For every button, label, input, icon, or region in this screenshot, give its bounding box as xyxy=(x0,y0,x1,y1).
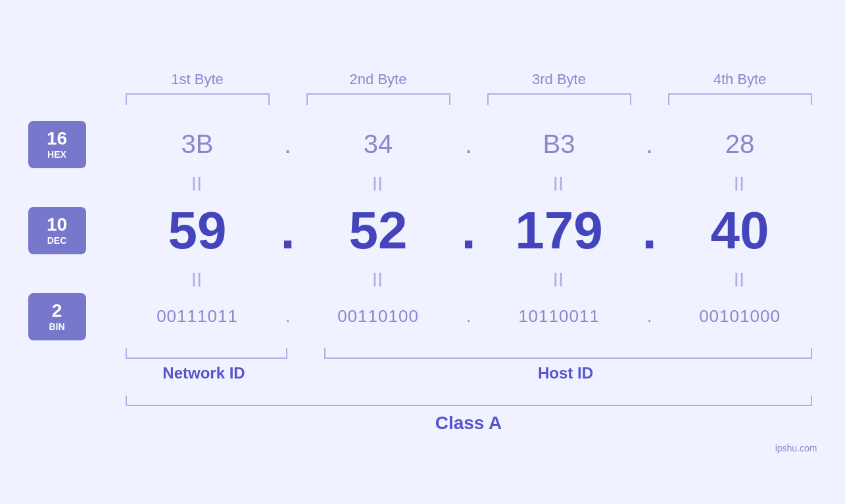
network-bracket xyxy=(126,348,287,359)
hex-byte3: B3 xyxy=(482,129,637,159)
hex-dot2: . xyxy=(456,129,482,159)
eq2-cell2: || xyxy=(301,270,456,287)
top-bracket-2 xyxy=(306,93,450,105)
top-bracket-1 xyxy=(126,93,270,105)
byte4-header: 4th Byte xyxy=(663,71,817,88)
dec-dot3: . xyxy=(637,200,663,261)
dec-byte2: 52 xyxy=(301,200,456,261)
bin-dot1: . xyxy=(275,306,301,327)
hex-base-label: HEX xyxy=(47,149,66,160)
dec-base-label: DEC xyxy=(47,235,67,246)
eq1-cell3: || xyxy=(482,174,637,191)
eq2-cell3: || xyxy=(482,270,637,287)
dec-byte3: 179 xyxy=(482,200,637,261)
eq1-cell1: || xyxy=(120,174,275,191)
top-bracket-4 xyxy=(668,93,812,105)
bin-byte4: 00101000 xyxy=(663,306,817,327)
byte3-header: 3rd Byte xyxy=(482,71,637,88)
network-id-label: Network ID xyxy=(162,364,245,382)
dec-byte4: 40 xyxy=(663,200,817,261)
dec-badge: 10 DEC xyxy=(28,207,86,254)
hex-byte1: 3B xyxy=(120,129,275,159)
watermark: ipshu.com xyxy=(775,443,817,453)
eq1-cell2: || xyxy=(301,174,456,191)
byte2-header: 2nd Byte xyxy=(301,71,456,88)
bin-base-label: BIN xyxy=(49,321,64,332)
hex-dot1: . xyxy=(275,129,301,159)
eq2-cell4: || xyxy=(663,270,817,287)
byte1-header: 1st Byte xyxy=(120,71,275,88)
class-bracket xyxy=(126,396,812,406)
host-id-label: Host ID xyxy=(538,364,593,382)
dec-byte1: 59 xyxy=(120,200,275,261)
bin-base-number: 2 xyxy=(52,301,62,321)
dec-dot2: . xyxy=(456,200,482,261)
hex-byte2: 34 xyxy=(301,129,456,159)
top-bracket-3 xyxy=(487,93,631,105)
bin-byte1: 00111011 xyxy=(120,306,275,327)
hex-base-number: 16 xyxy=(47,129,67,149)
bin-dot2: . xyxy=(456,306,482,327)
eq2-cell1: || xyxy=(120,270,275,287)
hex-dot3: . xyxy=(637,129,663,159)
bin-dot3: . xyxy=(637,306,663,327)
dec-dot1: . xyxy=(275,200,301,261)
class-label: Class A xyxy=(120,413,817,434)
bin-badge: 2 BIN xyxy=(28,293,86,340)
bin-byte3: 10110011 xyxy=(482,306,637,327)
hex-badge: 16 HEX xyxy=(28,121,86,168)
dec-base-number: 10 xyxy=(47,215,67,235)
hex-byte4: 28 xyxy=(663,129,817,159)
eq1-cell4: || xyxy=(663,174,817,191)
bin-byte2: 00110100 xyxy=(301,306,456,327)
